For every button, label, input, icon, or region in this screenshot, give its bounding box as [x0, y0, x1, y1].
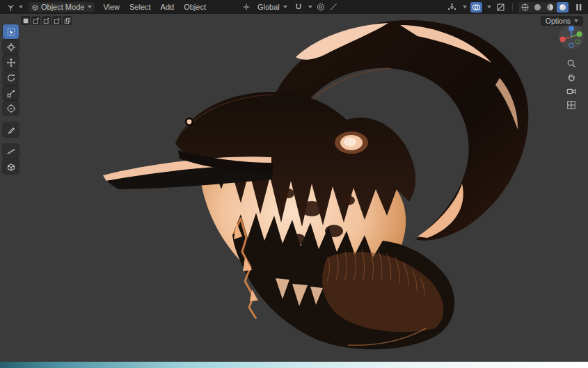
divider: [512, 3, 513, 11]
menu-view[interactable]: View: [99, 2, 124, 12]
shading-solid-icon[interactable]: [532, 2, 543, 13]
chevron-down-icon[interactable]: [308, 6, 312, 8]
viewport-canvas[interactable]: [0, 14, 588, 362]
tool-scale[interactable]: [3, 86, 19, 100]
orthographic-grid-icon[interactable]: [564, 99, 579, 111]
snap-magnet-icon[interactable]: [294, 3, 303, 11]
orientation-dropdown[interactable]: Global: [255, 2, 290, 12]
zoom-icon[interactable]: [564, 57, 579, 70]
tool-transform[interactable]: [3, 101, 19, 115]
toolbar-gap: [3, 138, 19, 143]
shading-mode-group: [518, 2, 569, 13]
axis-y-handle[interactable]: [577, 31, 582, 37]
tool-shelf: [3, 24, 19, 174]
mode-dropdown[interactable]: Object Mode: [29, 2, 95, 12]
navigation-gizmos: [558, 24, 585, 111]
tool-measure[interactable]: [3, 144, 19, 159]
chevron-down-icon[interactable]: [463, 6, 467, 8]
shading-material-icon[interactable]: [544, 2, 556, 13]
viewport-header: Object Mode View Select Add Object Globa…: [0, 0, 588, 14]
tool-annotate[interactable]: [3, 122, 19, 137]
mode-label: Object Mode: [41, 3, 84, 11]
select-intersect-icon[interactable]: [63, 16, 72, 25]
select-invert-icon[interactable]: [52, 16, 61, 25]
menu-select[interactable]: Select: [125, 2, 155, 12]
transform-pivot-icon[interactable]: [242, 3, 251, 11]
pause-icon[interactable]: [573, 2, 585, 13]
3d-viewport: Options: [0, 14, 588, 362]
shading-rendered-icon[interactable]: [557, 2, 569, 13]
eye-socket-glow: [335, 131, 368, 154]
editor-type-3d-viewport-icon: [6, 3, 15, 12]
select-subtract-icon[interactable]: [42, 16, 51, 25]
bottom-edge-strip: [0, 362, 588, 368]
menu-bar: View Select Add Object: [99, 2, 210, 12]
blender-window: Object Mode View Select Add Object Globa…: [0, 0, 588, 368]
camera-view-icon[interactable]: [564, 85, 579, 97]
chevron-down-icon: [88, 6, 92, 8]
toolbar-gap: [3, 116, 19, 122]
axis-z-handle[interactable]: [569, 26, 574, 31]
shading-wireframe-icon[interactable]: [519, 2, 531, 13]
axis-x-handle[interactable]: [560, 37, 566, 42]
tool-rotate[interactable]: [3, 70, 19, 85]
tool-select-box[interactable]: [3, 24, 19, 39]
axis-y-neg-handle[interactable]: [575, 40, 580, 44]
menu-add[interactable]: Add: [157, 2, 179, 12]
pan-hand-icon[interactable]: [564, 71, 579, 83]
object-mode-icon: [31, 3, 39, 11]
axis-z-neg-handle[interactable]: [569, 43, 573, 47]
chevron-down-icon: [19, 6, 23, 8]
chevron-down-icon[interactable]: [487, 6, 491, 8]
falloff-curve-icon[interactable]: [329, 3, 337, 11]
chevron-down-icon: [283, 6, 287, 8]
select-extend-icon[interactable]: [31, 16, 40, 25]
chevron-down-icon: [574, 19, 578, 22]
select-set-icon[interactable]: [21, 16, 30, 25]
tool-cursor[interactable]: [3, 40, 19, 54]
proportional-editing-icon[interactable]: [317, 3, 325, 11]
tool-settings-row: [21, 16, 72, 25]
tool-move[interactable]: [3, 55, 19, 70]
transform-settings-cluster: Global: [242, 2, 337, 12]
xray-icon[interactable]: [495, 2, 507, 13]
nostril-glow: [187, 120, 192, 125]
orientation-label: Global: [257, 3, 280, 11]
editor-type-dropdown[interactable]: [3, 2, 26, 13]
overlays-icon[interactable]: [470, 2, 482, 13]
tool-add-cube[interactable]: [3, 159, 19, 174]
menu-object[interactable]: Object: [180, 2, 210, 12]
viewport-display-cluster: [446, 2, 585, 13]
gizmo-icon[interactable]: [446, 2, 458, 13]
axis-orbit-gizmo[interactable]: [558, 24, 585, 50]
